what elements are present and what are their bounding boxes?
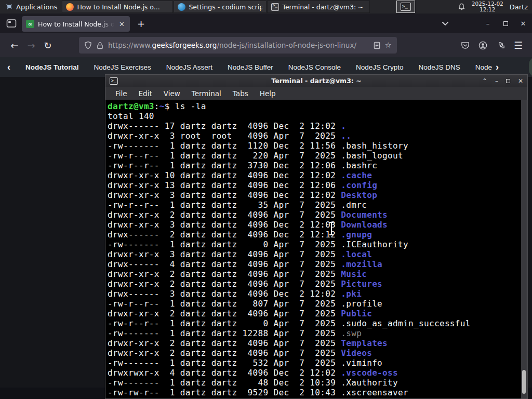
listing-row: drwxr-xr-x 2 dartz dartz 4096 Apr 7 2025… <box>108 210 519 220</box>
xubuntu-logo-icon <box>5 3 13 11</box>
nav-item-tutorial[interactable]: NodeJS Tutorial <box>25 63 79 71</box>
terminal-shade-button[interactable]: ⌃ <box>482 78 487 84</box>
listing-row: -rw-r--r-- 1 dartz dartz 3730 Dec 2 12:0… <box>108 161 519 170</box>
menu-view[interactable]: View <box>158 89 186 98</box>
listing-row: -rw-r--r-- 1 dartz dartz 0 Apr 7 2025 .s… <box>108 318 519 328</box>
nav-scroll-left-icon[interactable]: ‹ <box>7 62 10 72</box>
listing-row: -rw-r--r-- 1 dartz dartz 220 Apr 7 2025 … <box>108 151 519 161</box>
url-text: https://www.geeksforgeeks.org/node-js/in… <box>108 41 369 49</box>
terminal-window-title: Terminal - dartz@vm3: ~ <box>105 77 527 85</box>
extensions-icon[interactable] <box>496 41 505 50</box>
terminal-maximize-button[interactable] <box>506 78 510 84</box>
listing-row: drwx------ 4 dartz dartz 4096 Apr 7 2025… <box>108 259 519 269</box>
terminal-window-icon <box>271 3 279 11</box>
listing-row: drwxr-xr-x 3 dartz dartz 4096 Dec 2 12:0… <box>108 190 519 200</box>
terminal-icon: >_ <box>401 3 411 11</box>
file-listing: drwx------ 17 dartz dartz 4096 Dec 2 12:… <box>108 121 519 397</box>
codium-icon <box>178 3 185 11</box>
menu-edit[interactable]: Edit <box>133 89 158 98</box>
list-all-tabs-icon[interactable] <box>442 21 449 26</box>
listing-row: drwxr-xr-x 2 dartz dartz 4096 Apr 7 2025… <box>108 348 519 358</box>
menu-file[interactable]: File <box>110 89 133 98</box>
taskbar-window-firefox[interactable]: How to Install Node.js o... <box>62 1 173 13</box>
tracking-protection-shield-icon[interactable] <box>84 41 92 49</box>
terminal-launcher[interactable]: >_ <box>396 1 415 13</box>
browser-maximize-button[interactable] <box>497 20 514 28</box>
listing-row: drwxrwxr-x 4 dartz dartz 4096 Dec 2 12:0… <box>108 368 519 378</box>
tab-geeksforgeeks[interactable]: ∞ How to Install Node.js on ✕ <box>22 16 130 32</box>
bookmark-star-icon[interactable]: ☆ <box>385 41 392 50</box>
tab-bar: ∞ How to Install Node.js on ✕ + – ✕ <box>0 14 532 33</box>
applications-label: Applications <box>16 3 57 11</box>
top-panel: Applications How to Install Node.js o...… <box>0 0 532 14</box>
browser-minimize-button[interactable]: – <box>479 20 497 28</box>
lock-icon[interactable] <box>97 42 103 49</box>
user-label: Dartz <box>510 3 528 11</box>
menu-terminal[interactable]: Terminal <box>186 89 227 98</box>
listing-row: drwx------ 2 dartz dartz 4096 Dec 2 12:1… <box>108 230 519 240</box>
terminal-scrollbar-thumb[interactable] <box>522 370 526 394</box>
listing-row: drwxr-xr-x 2 dartz dartz 4096 Apr 7 2025… <box>108 309 519 318</box>
listing-row: drwxr-xr-x 2 dartz dartz 4096 Apr 7 2025… <box>108 338 519 348</box>
terminal-close-button[interactable]: ✕ <box>518 78 523 84</box>
tab-title: How to Install Node.js on <box>38 20 114 28</box>
system-tray: 2025-12-02 12:12 Dartz <box>458 0 532 14</box>
prompt-line: dartz@vm3:~$ ls -la <box>108 101 519 111</box>
listing-row: drwxr-xr-x 10 dartz dartz 4096 Dec 2 12:… <box>108 170 519 180</box>
notification-bell-icon[interactable] <box>458 3 466 11</box>
terminal-window: >_ Terminal - dartz@vm3: ~ ⌃ – ✕ File Ed… <box>105 74 528 399</box>
terminal-minimize-button[interactable]: – <box>495 78 498 84</box>
applications-menu-button[interactable]: Applications <box>0 0 62 14</box>
listing-row: drwxr-xr-x 13 dartz dartz 4096 Dec 2 12:… <box>108 180 519 190</box>
nav-scroll-right-icon[interactable]: › <box>496 62 499 72</box>
pocket-icon[interactable] <box>461 41 470 50</box>
nav-item-assert[interactable]: NodeJS Assert <box>166 63 212 71</box>
listing-row: -rw-r--r-- 1 dartz dartz 807 Apr 7 2025 … <box>108 299 519 309</box>
clock-time: 12:12 <box>472 7 503 13</box>
navigation-toolbar: ← → ↻ https://www.geeksforgeeks.org/node… <box>0 33 532 57</box>
nav-item-buffer[interactable]: NodeJS Buffer <box>228 63 273 71</box>
geeksforgeeks-favicon-icon: ∞ <box>26 20 34 28</box>
listing-row: -rw-r--r-- 1 dartz dartz 35 Apr 7 2025 .… <box>108 200 519 210</box>
new-tab-button[interactable]: + <box>137 18 145 29</box>
listing-row: -rw-rw-r-- 1 dartz dartz 9529 Dec 2 10:4… <box>108 388 519 397</box>
nav-item-exercises[interactable]: NodeJS Exercises <box>94 63 151 71</box>
browser-close-button[interactable]: ✕ <box>514 20 532 28</box>
listing-row: drwxr-xr-x 2 dartz dartz 4096 Apr 7 2025… <box>108 269 519 279</box>
menu-help[interactable]: Help <box>254 89 282 98</box>
listing-row: drwxr-xr-x 3 root root 4096 Apr 7 2025 .… <box>108 131 519 141</box>
desktop: Applications How to Install Node.js o...… <box>0 0 532 399</box>
account-icon[interactable] <box>478 41 487 50</box>
reader-mode-icon[interactable] <box>374 42 380 49</box>
panel-clock[interactable]: 2025-12-02 12:12 <box>472 1 503 13</box>
terminal-scrollbar[interactable] <box>521 100 527 398</box>
firefox-view-icon[interactable] <box>6 19 17 28</box>
firefox-icon <box>66 3 74 11</box>
tab-close-icon[interactable]: ✕ <box>118 20 126 28</box>
listing-row: drwx------ 3 dartz dartz 4096 Dec 2 12:0… <box>108 289 519 299</box>
menu-tabs[interactable]: Tabs <box>227 89 254 98</box>
sign-in-button[interactable]: Sign In <box>529 57 532 77</box>
terminal-output[interactable]: dartz@vm3:~$ ls -la total 140 drwx------… <box>105 100 527 398</box>
nav-item-node-truncated[interactable]: Node <box>475 63 492 71</box>
terminal-titlebar[interactable]: >_ Terminal - dartz@vm3: ~ ⌃ – ✕ <box>105 75 527 87</box>
nav-item-console[interactable]: NodeJS Console <box>288 63 341 71</box>
listing-row: drwxr-xr-x 3 dartz dartz 4096 Apr 7 2025… <box>108 249 519 259</box>
total-line: total 140 <box>108 111 519 121</box>
listing-row: drwxr-xr-x 3 dartz dartz 4096 Dec 2 12:0… <box>108 220 519 230</box>
nav-item-dns[interactable]: NodeJS DNS <box>419 63 460 71</box>
menu-hamburger-icon[interactable]: ☰ <box>514 41 523 50</box>
listing-row: -rw------- 1 dartz dartz 1120 Dec 2 11:5… <box>108 141 519 151</box>
reload-button[interactable]: ↻ <box>39 37 56 53</box>
nav-item-crypto[interactable]: NodeJS Crypto <box>356 63 404 71</box>
listing-row: -rw------- 1 dartz dartz 48 Dec 2 10:39 … <box>108 378 519 388</box>
forward-button[interactable]: → <box>23 37 39 53</box>
listing-row: -rw------- 1 dartz dartz 12288 Apr 7 202… <box>108 328 519 338</box>
taskbar-window-codium[interactable]: Settings - codium script... <box>174 1 267 13</box>
listing-row: drwxr-xr-x 2 dartz dartz 4096 Apr 7 2025… <box>108 279 519 289</box>
listing-row: -rw------- 1 dartz dartz 532 Apr 7 2025 … <box>108 358 519 368</box>
url-bar[interactable]: https://www.geeksforgeeks.org/node-js/in… <box>79 37 397 54</box>
listing-row: drwx------ 17 dartz dartz 4096 Dec 2 12:… <box>108 121 519 131</box>
taskbar-window-terminal[interactable]: Terminal - dartz@vm3: ~ <box>267 1 370 13</box>
back-button[interactable]: ← <box>6 37 23 53</box>
